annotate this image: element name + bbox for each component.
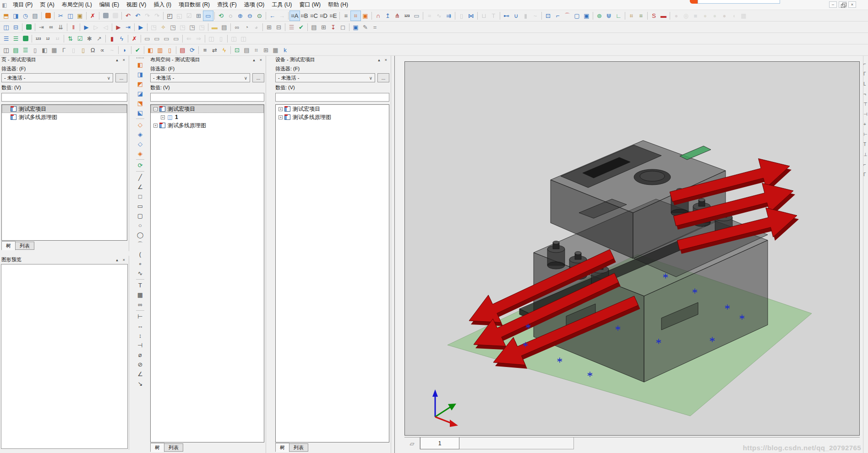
update-parts-icon[interactable]: ⟳	[187, 45, 197, 55]
check-ok-icon[interactable]: ☑	[75, 34, 85, 43]
menu-item-2[interactable]: 布局空间 (L)	[58, 0, 96, 10]
structure-nav-icon[interactable]: ⊟	[274, 22, 284, 32]
collapse-icon[interactable]: ▴	[251, 57, 257, 63]
collapse-icon[interactable]: ▴	[114, 57, 120, 63]
navigate-prev-icon[interactable]: ◁	[101, 22, 110, 32]
key-tool-icon[interactable]: ∝	[98, 45, 107, 55]
circle-orange-icon[interactable]: ●	[720, 11, 729, 21]
filter-frame-icon[interactable]: ▣	[582, 11, 591, 21]
form-c-icon[interactable]: ▭	[162, 34, 171, 43]
frame-corner-1-icon[interactable]: ⌐	[863, 59, 868, 69]
zoom-window-icon[interactable]: ◌	[226, 11, 235, 21]
spacing-66-icon[interactable]: 66	[46, 22, 56, 32]
link-doc-icon[interactable]: ◫	[229, 34, 239, 43]
workspace-select-icon[interactable]: ▭	[203, 11, 213, 21]
goto-counterpart-icon[interactable]: ⇥	[123, 22, 133, 32]
donut-tool-icon[interactable]: ◎	[681, 11, 691, 21]
hatch-tool-icon[interactable]: ▦	[739, 11, 748, 21]
check-settings-icon[interactable]: ✱	[85, 34, 94, 43]
mesh-box-icon[interactable]: ▦	[271, 45, 280, 55]
text-tool-icon[interactable]: T	[489, 11, 498, 21]
jumper-icon[interactable]: ~	[107, 45, 117, 55]
macro-edit-icon[interactable]: ✎	[360, 22, 370, 32]
update-3d-view-icon[interactable]: ⟳	[135, 161, 146, 170]
page-back-icon[interactable]: ←	[267, 11, 277, 21]
goto-flag-icon[interactable]: ▶	[114, 22, 123, 32]
close-icon[interactable]: ×	[257, 57, 264, 63]
delete-red-icon[interactable]: ✗	[130, 34, 139, 43]
page-tree-icon[interactable]: ☰	[1, 34, 11, 43]
resistor-omega-icon[interactable]: Ω	[88, 45, 98, 55]
number-pages-icon[interactable]: 123	[33, 34, 43, 43]
insert-image-icon[interactable]: ▦	[135, 290, 146, 300]
expand-node-icon[interactable]: +	[161, 115, 165, 119]
draw-circle-arc-icon[interactable]: ∘	[135, 259, 146, 269]
draw-rect-icon[interactable]: □	[135, 192, 146, 201]
message-list-icon[interactable]: ☰	[287, 22, 296, 32]
box-3d-icon[interactable]: ◧	[40, 45, 49, 55]
toolbar-grip[interactable]	[136, 57, 144, 59]
split-window-icon[interactable]: ◰	[165, 11, 175, 21]
number-12-off-icon[interactable]: 12	[53, 34, 62, 43]
tab-list[interactable]: 列表	[164, 443, 183, 452]
swap-lr-icon[interactable]: ⇄	[210, 45, 219, 55]
viewport-tab-1[interactable]: 1	[420, 437, 459, 449]
swap-symbol-icon[interactable]: S	[649, 11, 659, 21]
close-icon[interactable]: ×	[382, 57, 389, 63]
dim-text-icon[interactable]: T	[863, 139, 868, 149]
expand-node-icon[interactable]: +	[278, 115, 283, 119]
dim-vertical-icon[interactable]: ↕	[135, 331, 146, 340]
dim-linear-icon[interactable]: ⊢	[135, 312, 146, 321]
tree-item[interactable]: +测试宏项目	[276, 105, 389, 113]
tab-tree[interactable]: 树	[1, 241, 16, 250]
collapse-icon[interactable]: ▴	[114, 257, 120, 263]
tree-item[interactable]: −测试宏项目	[151, 105, 264, 113]
filter-more-button[interactable]: ...	[377, 73, 389, 82]
value-input[interactable]	[275, 93, 389, 102]
signal-tracking-icon[interactable]: ≈	[425, 11, 434, 21]
navigate-next-icon[interactable]: ▷	[91, 22, 101, 32]
columns-orange-icon[interactable]: ▥	[155, 45, 165, 55]
grid-e-icon[interactable]: ⌗E	[328, 11, 338, 21]
table-gray-icon[interactable]: ▤	[242, 45, 251, 55]
cable-k-icon[interactable]: k	[280, 45, 290, 55]
value-input[interactable]	[1, 93, 127, 102]
circle-pink-icon[interactable]: ●	[671, 11, 681, 21]
edit-keyboard-icon[interactable]: ▤	[219, 22, 229, 32]
filter-dropdown[interactable]: - 未激活 - ∨	[275, 73, 375, 82]
settings-wrench-icon[interactable]	[43, 11, 53, 21]
tree-item[interactable]: +测试宏项目	[2, 105, 127, 113]
dim-continued-icon[interactable]: ⊣	[135, 340, 146, 350]
close-button[interactable]: ×	[848, 1, 856, 8]
frame-corner-3-icon[interactable]: L	[863, 79, 868, 89]
corner-l-icon[interactable]: ⌐	[553, 11, 562, 21]
sync-watch-icon[interactable]: ◔	[242, 22, 251, 32]
tab-tree[interactable]: 树	[150, 443, 164, 452]
redo-all-icon[interactable]: ↷	[152, 11, 162, 21]
check-connections-icon[interactable]: ✔	[133, 45, 142, 55]
plant-grid-icon[interactable]: ▦	[49, 45, 59, 55]
view-side-icon[interactable]: ◇	[135, 139, 146, 149]
page-properties-2-icon[interactable]: ◳	[178, 22, 187, 32]
grid-edit-2-icon[interactable]: ⌗	[636, 11, 646, 21]
dim-bottom-icon[interactable]: ⊥	[863, 149, 868, 159]
break-line-icon[interactable]: ~	[530, 11, 540, 21]
dim-left-icon[interactable]: ⊣	[863, 109, 868, 119]
moon-tool-icon[interactable]: ◖	[729, 11, 739, 21]
menu-item-3[interactable]: 编辑 (E)	[96, 0, 123, 10]
clip-gray-icon[interactable]: ▯	[69, 45, 78, 55]
device-list-icon[interactable]: ▤	[309, 22, 319, 32]
ruler-corner-icon[interactable]: Γ	[59, 45, 69, 55]
dim-angle-icon[interactable]: ∠	[135, 369, 146, 379]
lightning-icon[interactable]: ϟ	[117, 34, 126, 43]
filter-dropdown[interactable]: - 未激活 - ∨	[150, 73, 250, 82]
page-new-star-icon[interactable]: ✧	[158, 22, 168, 32]
grid-display-icon[interactable]: ⌗	[341, 11, 351, 21]
dim-horizontal-icon[interactable]: ↔	[135, 321, 146, 331]
net-connect-icon[interactable]: ⋈	[466, 11, 476, 21]
space-cube-1-icon[interactable]: ◧	[135, 60, 146, 70]
menu-item-10[interactable]: 窗口 (W)	[295, 0, 324, 10]
grid-c-icon[interactable]: ⌗C	[309, 11, 319, 21]
corner-5-icon[interactable]: ⌐	[863, 159, 868, 169]
page-macro-icon[interactable]: ◳	[149, 22, 158, 32]
